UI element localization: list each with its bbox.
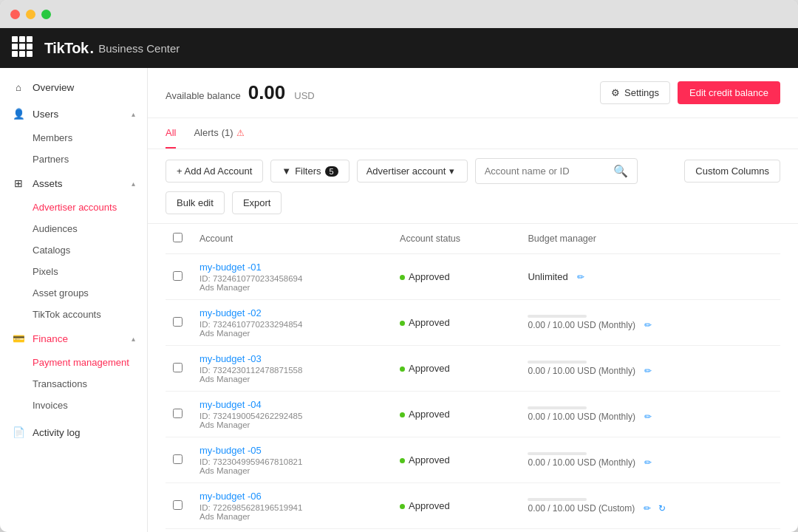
budget-row: Unlimited ✏ (528, 271, 773, 282)
account-name-link[interactable]: my-budget -06 (200, 491, 262, 502)
budget-row: 0.00 / 10.00 USD (Monthly) ✏ (528, 412, 773, 422)
row-2-checkbox[interactable] (173, 363, 183, 372)
dropdown-chevron-icon (449, 166, 454, 177)
users-icon: 👤 (12, 107, 25, 120)
bulk-edit-button[interactable]: Bulk edit (166, 191, 225, 214)
row-checkbox-cell (166, 300, 192, 346)
budget-edit-icon[interactable]: ✏ (644, 503, 651, 514)
tab-alerts[interactable]: Alerts (1) ⚠ (194, 118, 244, 149)
budget-edit-icon[interactable]: ✏ (644, 412, 652, 422)
sidebar-item-pixels[interactable]: Pixels (33, 261, 147, 282)
settings-gear-icon: ⚙ (611, 87, 620, 98)
search-box[interactable]: 🔍 (475, 158, 638, 184)
edit-credit-button[interactable]: Edit credit balance (678, 81, 780, 104)
sidebar-item-audiences[interactable]: Audiences (33, 218, 147, 239)
account-name-link[interactable]: my-budget -04 (200, 399, 262, 410)
status-text: Approved (409, 454, 450, 466)
minimize-button[interactable] (26, 10, 35, 19)
sidebar-item-invoices[interactable]: Invoices (33, 395, 147, 416)
row-account-cell: my-budget -04 ID: 7324190054262292485 Ad… (192, 392, 392, 437)
account-type: Ads Manager (200, 283, 385, 292)
close-button[interactable] (10, 10, 20, 19)
table-row: my-budget -02 ID: 7324610770233294854 Ad… (166, 300, 780, 346)
budget-row: 0.00 / 10.00 USD (Monthly) ✏ (528, 457, 773, 468)
budget-row: 0.00 / 10.00 USD (Monthly) ✏ (528, 366, 773, 376)
account-name-link[interactable]: my-budget -01 (200, 262, 262, 273)
select-all-checkbox[interactable] (173, 233, 183, 242)
sidebar-item-overview[interactable]: ⌂ Overview (0, 74, 147, 100)
row-5-checkbox[interactable] (173, 500, 183, 510)
row-account-cell: my-budget -05 ID: 7323049959467810821 Ad… (192, 437, 392, 483)
toolbar: + Add Ad Account ▼ Filters 5 Advertiser … (148, 149, 798, 224)
sidebar-item-payment-management[interactable]: Payment management (33, 352, 147, 373)
row-checkbox-cell (166, 392, 192, 437)
row-account-cell: my-budget -01 ID: 7324610770233458694 Ad… (192, 254, 392, 300)
budget-edit-icon[interactable]: ✏ (644, 320, 652, 330)
budget-edit-icon[interactable]: ✏ (644, 457, 652, 468)
account-id: ID: 7324610770233458694 (200, 274, 385, 283)
grid-menu-icon[interactable] (12, 36, 35, 60)
tab-alerts-count: (1) (222, 127, 233, 138)
row-4-checkbox[interactable] (173, 454, 183, 464)
status-text: Approved (409, 500, 450, 511)
sidebar-item-catalogs[interactable]: Catalogs (33, 239, 147, 261)
tab-all-label: All (166, 127, 176, 138)
advertiser-account-dropdown[interactable]: Advertiser account (357, 160, 468, 183)
account-name-link[interactable]: my-budget -05 (200, 445, 262, 456)
app-window: TikTok . Business Center ⌂ Overview 👤 Us… (0, 0, 798, 532)
maximize-button[interactable] (41, 10, 51, 19)
budget-edit-icon[interactable]: ✏ (577, 272, 584, 282)
logo-dot: . (90, 40, 95, 57)
sidebar-users-label: Users (33, 109, 124, 120)
settings-button[interactable]: ⚙ Settings (600, 81, 670, 104)
account-type: Ads Manager (200, 512, 385, 521)
row-1-checkbox[interactable] (173, 317, 183, 327)
balance-currency: USD (294, 90, 314, 101)
row-status-cell: Approved (392, 254, 520, 300)
add-ad-account-button[interactable]: + Add Ad Account (166, 160, 263, 183)
row-status-cell: Approved (392, 483, 520, 529)
finance-submenu: Payment management Transactions Invoices (0, 352, 147, 416)
tab-all[interactable]: All (166, 118, 176, 149)
sidebar-item-users[interactable]: 👤 Users ▴ (0, 100, 147, 127)
users-chevron-icon: ▴ (132, 110, 135, 118)
sidebar-overview-label: Overview (33, 82, 135, 93)
main-layout: ⌂ Overview 👤 Users ▴ Members Partners ⊞ … (0, 68, 798, 532)
budget-bar-container: 0.00 / 10.00 USD (Monthly) ✏ (528, 361, 773, 376)
row-budget-cell: 0.00 / 10.00 USD (Monthly) ✏ (520, 300, 780, 346)
budget-bar-container: 0.00 / 10.00 USD (Custom) ✏ ↻ (528, 498, 773, 514)
row-0-checkbox[interactable] (173, 271, 183, 281)
budget-refresh-icon[interactable]: ↻ (658, 503, 666, 514)
sidebar-item-members[interactable]: Members (33, 127, 147, 149)
status-text: Approved (409, 317, 450, 328)
titlebar (0, 0, 798, 28)
budget-edit-icon[interactable]: ✏ (644, 366, 652, 376)
account-name-link[interactable]: my-budget -03 (200, 353, 262, 364)
row-account-cell: my-budget -03 ID: 7324230112478871558 Ad… (192, 346, 392, 392)
account-name-link[interactable]: my-budget -02 (200, 307, 262, 318)
sidebar-item-transactions[interactable]: Transactions (33, 373, 147, 395)
sidebar-item-tiktok-accounts[interactable]: TikTok accounts (33, 304, 147, 325)
main-content: Available balance 0.00 USD ⚙ Settings Ed… (148, 68, 798, 532)
balance-label: Available balance (166, 90, 241, 101)
sidebar-item-advertiser-accounts[interactable]: Advertiser accounts (33, 197, 147, 218)
filters-button[interactable]: ▼ Filters 5 (270, 160, 349, 183)
sidebar-item-asset-groups[interactable]: Asset groups (33, 282, 147, 304)
custom-columns-button[interactable]: Custom Columns (684, 160, 780, 183)
export-button[interactable]: Export (232, 191, 282, 214)
budget-row: 0.00 / 10.00 USD (Monthly) ✏ (528, 320, 773, 330)
status-indicator (400, 458, 405, 463)
row-3-checkbox[interactable] (173, 409, 183, 418)
sidebar-finance-label: Finance (33, 333, 124, 344)
tabs-bar: All Alerts (1) ⚠ (148, 118, 798, 149)
sidebar-item-finance[interactable]: 💳 Finance ▴ (0, 325, 147, 352)
sidebar-item-assets[interactable]: ⊞ Assets ▴ (0, 170, 147, 197)
status-indicator (400, 366, 405, 372)
finance-chevron-icon: ▴ (132, 335, 135, 343)
account-type: Ads Manager (200, 420, 385, 429)
sidebar-item-partners[interactable]: Partners (33, 149, 147, 170)
account-type: Ads Manager (200, 375, 385, 383)
balance-actions: ⚙ Settings Edit credit balance (600, 81, 780, 104)
sidebar-item-activity-log[interactable]: 📄 Activity log (0, 419, 147, 446)
search-input[interactable] (485, 166, 609, 177)
